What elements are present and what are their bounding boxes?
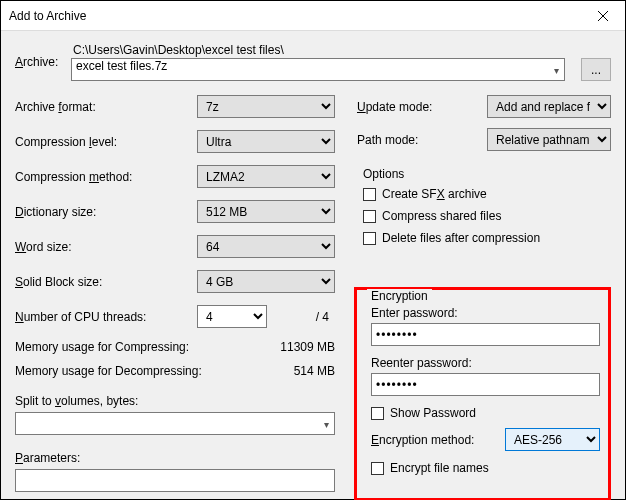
word-size-row: Word size: 64 — [15, 235, 335, 258]
solid-block-size-label: Solid Block size: — [15, 275, 197, 289]
delete-after-checkbox[interactable] — [363, 232, 376, 245]
encryption-group: Encryption Enter password: •••••••• Reen… — [354, 287, 611, 500]
window-title: Add to Archive — [9, 9, 86, 23]
compress-shared-label: Compress shared files — [382, 209, 501, 223]
memory-decompress-label: Memory usage for Decompressing: — [15, 364, 202, 378]
archive-filename-combo[interactable]: excel test files.7z — [71, 58, 565, 81]
dictionary-size-select[interactable]: 512 MB — [197, 200, 335, 223]
compress-shared-row[interactable]: Compress shared files — [363, 209, 611, 223]
archive-format-select[interactable]: 7z — [197, 95, 335, 118]
compression-level-select[interactable]: Ultra — [197, 130, 335, 153]
update-mode-label: Update mode: — [357, 100, 487, 114]
dictionary-size-label: Dictionary size: — [15, 205, 197, 219]
encrypt-filenames-row[interactable]: Encrypt file names — [371, 461, 600, 475]
show-password-label: Show Password — [390, 406, 476, 420]
compression-method-row: Compression method: LZMA2 — [15, 165, 335, 188]
archive-label: Archive: — [15, 55, 71, 69]
cpu-threads-total: / 4 — [267, 310, 335, 324]
cpu-threads-row: Number of CPU threads: 4 / 4 — [15, 305, 335, 328]
split-volumes-label: Split to volumes, bytes: — [15, 394, 335, 408]
compression-level-label: Compression level: — [15, 135, 197, 149]
archive-path: C:\Users\Gavin\Desktop\excel test files\ — [71, 43, 611, 57]
cpu-threads-label: Number of CPU threads: — [15, 310, 197, 324]
archive-format-label: Archive format: — [15, 100, 197, 114]
solid-block-size-row: Solid Block size: 4 GB — [15, 270, 335, 293]
encryption-method-row: Encryption method: AES-256 — [371, 428, 600, 451]
browse-button[interactable]: ... — [581, 58, 611, 81]
enter-password-label: Enter password: — [371, 306, 600, 320]
memory-compress-label: Memory usage for Compressing: — [15, 340, 189, 354]
encryption-title: Encryption — [367, 289, 432, 303]
parameters-label: Parameters: — [15, 451, 335, 465]
encrypt-filenames-label: Encrypt file names — [390, 461, 489, 475]
archive-filename: excel test files.7z — [76, 59, 167, 73]
dictionary-size-row: Dictionary size: 512 MB — [15, 200, 335, 223]
compress-shared-checkbox[interactable] — [363, 210, 376, 223]
reenter-password-label: Reenter password: — [371, 356, 600, 370]
memory-decompress-value: 514 MB — [294, 364, 335, 378]
reenter-password-input[interactable]: •••••••• — [371, 373, 600, 396]
delete-after-label: Delete files after compression — [382, 231, 540, 245]
archive-row: Archive: C:\Users\Gavin\Desktop\excel te… — [15, 43, 611, 81]
word-size-select[interactable]: 64 — [197, 235, 335, 258]
dialog-body: Archive: C:\Users\Gavin\Desktop\excel te… — [1, 31, 625, 500]
split-volumes-combo[interactable] — [15, 412, 335, 435]
path-mode-label: Path mode: — [357, 133, 487, 147]
parameters-input[interactable] — [15, 469, 335, 492]
path-mode-select[interactable]: Relative pathnames — [487, 128, 611, 151]
update-mode-select[interactable]: Add and replace files — [487, 95, 611, 118]
show-password-row[interactable]: Show Password — [371, 406, 600, 420]
memory-compress-row: Memory usage for Compressing: 11309 MB — [15, 340, 335, 354]
delete-after-row[interactable]: Delete files after compression — [363, 231, 611, 245]
encrypt-filenames-checkbox[interactable] — [371, 462, 384, 475]
add-to-archive-window: Add to Archive Archive: C:\Users\Gavin\D… — [0, 0, 626, 500]
create-sfx-label: Create SFX archive — [382, 187, 487, 201]
chevron-down-icon — [554, 63, 559, 77]
memory-compress-value: 11309 MB — [280, 340, 335, 354]
word-size-label: Word size: — [15, 240, 197, 254]
enter-password-input[interactable]: •••••••• — [371, 323, 600, 346]
titlebar: Add to Archive — [1, 1, 625, 31]
memory-decompress-row: Memory usage for Decompressing: 514 MB — [15, 364, 335, 378]
chevron-down-icon — [324, 417, 329, 431]
cpu-threads-select[interactable]: 4 — [197, 305, 267, 328]
close-button[interactable] — [580, 1, 625, 31]
compression-method-select[interactable]: LZMA2 — [197, 165, 335, 188]
compression-level-row: Compression level: Ultra — [15, 130, 335, 153]
close-icon — [598, 11, 608, 21]
show-password-checkbox[interactable] — [371, 407, 384, 420]
solid-block-size-select[interactable]: 4 GB — [197, 270, 335, 293]
archive-format-row: Archive format: 7z — [15, 95, 335, 118]
options-label: Options — [363, 167, 611, 181]
update-mode-row: Update mode: Add and replace files — [357, 95, 611, 118]
path-mode-row: Path mode: Relative pathnames — [357, 128, 611, 151]
create-sfx-checkbox[interactable] — [363, 188, 376, 201]
encryption-method-select[interactable]: AES-256 — [505, 428, 600, 451]
compression-method-label: Compression method: — [15, 170, 197, 184]
create-sfx-row[interactable]: Create SFX archive — [363, 187, 611, 201]
encryption-method-label: Encryption method: — [371, 433, 505, 447]
